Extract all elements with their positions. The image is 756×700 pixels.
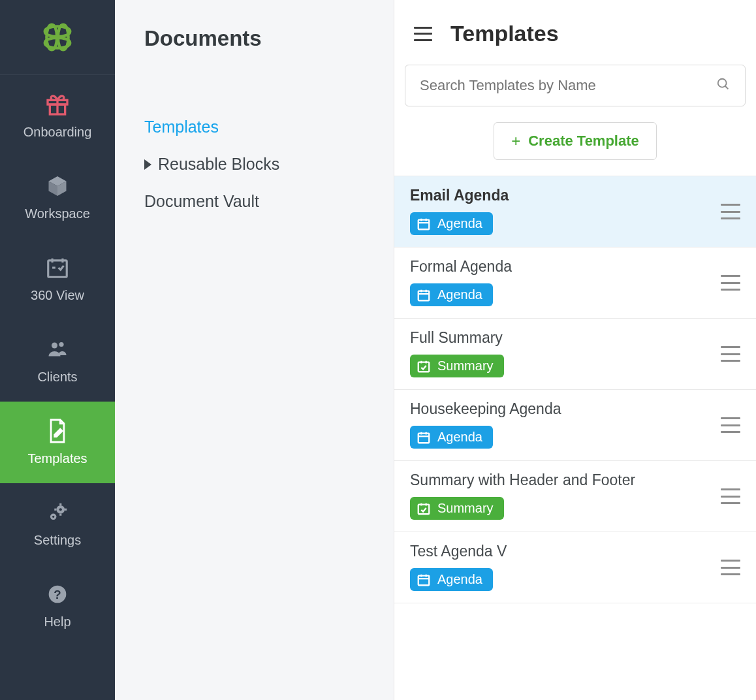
- svg-rect-29: [418, 362, 430, 372]
- template-row[interactable]: Housekeeping AgendaAgenda: [394, 390, 756, 461]
- people-icon: [44, 337, 71, 362]
- nav-item-templates[interactable]: Templates: [0, 402, 115, 483]
- subnav-reusable-blocks[interactable]: Reusable Blocks: [144, 146, 364, 183]
- gears-icon: [45, 500, 70, 525]
- calendar-icon: [417, 288, 431, 302]
- svg-point-7: [52, 343, 57, 349]
- svg-point-12: [52, 516, 54, 518]
- template-tag: Agenda: [410, 426, 493, 449]
- nav-label: Clients: [37, 370, 77, 385]
- subnav-templates[interactable]: Templates: [144, 108, 364, 146]
- subnav-label: Document Vault: [144, 192, 259, 211]
- svg-rect-36: [418, 504, 430, 514]
- template-row[interactable]: Email AgendaAgenda: [394, 176, 756, 247]
- create-template-button[interactable]: + Create Template: [494, 122, 657, 160]
- nav-item-settings[interactable]: Settings: [0, 483, 115, 565]
- chevron-right-icon: [144, 159, 151, 170]
- template-row[interactable]: Formal AgendaAgenda: [394, 247, 756, 319]
- template-row[interactable]: Test Agenda VAgenda: [394, 532, 756, 603]
- tag-label: Agenda: [437, 287, 482, 302]
- row-menu-icon[interactable]: [721, 560, 740, 575]
- template-row[interactable]: Summary with Header and FooterSummary: [394, 461, 756, 532]
- row-menu-icon[interactable]: [721, 275, 740, 291]
- template-name: Email Agenda: [410, 187, 740, 204]
- help-icon: ?: [47, 582, 68, 607]
- search-box[interactable]: [405, 65, 746, 106]
- hamburger-icon[interactable]: [414, 27, 432, 41]
- template-name: Full Summary: [410, 329, 740, 347]
- svg-rect-3: [48, 261, 67, 277]
- tag-label: Summary: [437, 501, 494, 516]
- create-label: Create Template: [528, 133, 639, 150]
- nav-label: Settings: [34, 533, 81, 548]
- nav-label: 360 View: [31, 288, 84, 303]
- svg-line-20: [725, 86, 729, 89]
- template-tag: Summary: [410, 497, 504, 520]
- nav-label: Help: [44, 614, 71, 629]
- template-list: Email AgendaAgendaFormal AgendaAgendaFul…: [394, 176, 756, 603]
- subnav-label: Reusable Blocks: [158, 155, 279, 174]
- app-logo: [0, 0, 115, 75]
- templates-panel: Templates + Create Template Email Agenda…: [394, 0, 756, 700]
- template-tag: Summary: [410, 355, 504, 377]
- row-menu-icon[interactable]: [721, 346, 740, 362]
- calendar-icon: [417, 573, 431, 587]
- template-name: Summary with Header and Footer: [410, 471, 740, 489]
- gift-icon: [44, 92, 71, 117]
- subnav-document-vault[interactable]: Document Vault: [144, 183, 364, 220]
- svg-rect-39: [418, 575, 430, 585]
- template-tag: Agenda: [410, 568, 493, 591]
- search-icon: [716, 77, 731, 94]
- cube-icon: [46, 174, 69, 199]
- subnav-label: Templates: [144, 118, 219, 136]
- tag-label: Agenda: [437, 216, 482, 231]
- row-menu-icon[interactable]: [721, 488, 740, 504]
- panel-title: Documents: [144, 26, 364, 51]
- row-menu-icon[interactable]: [721, 417, 740, 433]
- svg-point-8: [59, 342, 63, 347]
- template-name: Housekeeping Agenda: [410, 400, 740, 418]
- svg-text:?: ?: [54, 588, 61, 601]
- nav-rail: Onboarding Workspace 360 View: [0, 0, 115, 700]
- template-name: Formal Agenda: [410, 258, 740, 276]
- calendar-icon: [417, 217, 431, 231]
- nav-label: Onboarding: [24, 125, 92, 140]
- row-menu-icon[interactable]: [721, 204, 740, 219]
- nav-item-help[interactable]: ? Help: [0, 565, 115, 646]
- template-row[interactable]: Full SummarySummary: [394, 319, 756, 390]
- nav-item-360view[interactable]: 360 View: [0, 238, 115, 320]
- nav-label: Templates: [27, 451, 87, 466]
- logo-icon: [39, 19, 76, 56]
- nav-label: Workspace: [25, 206, 90, 221]
- nav-item-onboarding[interactable]: Onboarding: [0, 75, 115, 157]
- svg-rect-25: [418, 291, 430, 300]
- svg-rect-32: [418, 433, 430, 443]
- calendar-icon: [417, 430, 431, 445]
- templates-header: Templates: [394, 0, 756, 65]
- document-edit-icon: [46, 419, 69, 443]
- template-tag: Agenda: [410, 283, 493, 306]
- nav-item-clients[interactable]: Clients: [0, 320, 115, 402]
- svg-point-10: [59, 508, 62, 511]
- documents-panel: Documents Templates Reusable Blocks Docu…: [115, 0, 394, 700]
- tag-label: Agenda: [437, 430, 482, 445]
- plus-icon: +: [511, 132, 520, 150]
- templates-title: Templates: [450, 21, 559, 46]
- template-tag: Agenda: [410, 212, 493, 235]
- svg-rect-21: [418, 219, 430, 229]
- tag-label: Summary: [437, 358, 494, 374]
- calendar-check-icon: [45, 255, 70, 280]
- nav-item-workspace[interactable]: Workspace: [0, 157, 115, 238]
- tag-label: Agenda: [437, 572, 482, 587]
- search-input[interactable]: [420, 77, 716, 94]
- svg-point-19: [718, 79, 727, 88]
- calendar-check-icon: [417, 359, 431, 374]
- template-name: Test Agenda V: [410, 543, 740, 560]
- calendar-check-icon: [417, 501, 431, 516]
